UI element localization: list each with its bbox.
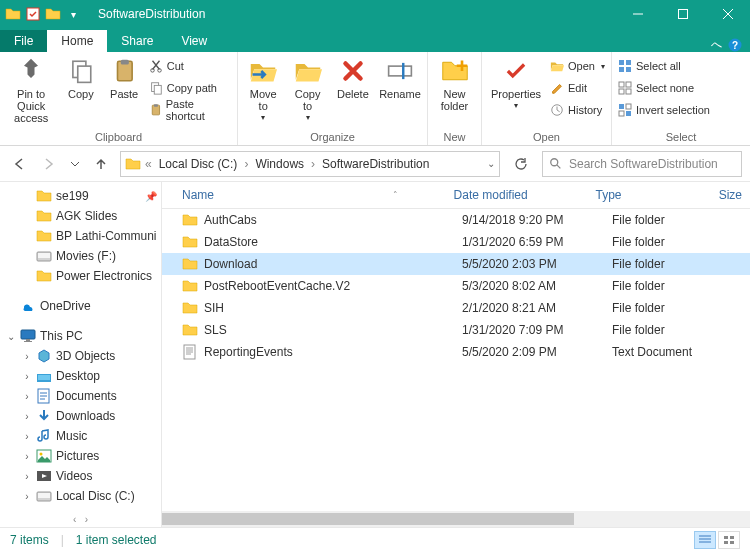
drive-icon — [36, 248, 52, 264]
navigation-pane[interactable]: se199📌AGK SlidesBP Lathi-CommuniMovies (… — [0, 182, 162, 511]
tab-home[interactable]: Home — [47, 30, 107, 52]
file-row[interactable]: AuthCabs9/14/2018 9:20 PMFile folder — [162, 209, 750, 231]
pin-to-quick-access-button[interactable]: Pin to Quick access — [6, 56, 56, 124]
file-row[interactable]: Download5/5/2020 2:03 PMFile folder — [162, 253, 750, 275]
delete-label: Delete — [337, 88, 369, 100]
svg-rect-28 — [619, 67, 624, 72]
paste-shortcut-label: Paste shortcut — [166, 98, 231, 122]
nav-item[interactable]: Power Electronics — [0, 266, 161, 286]
file-row[interactable]: PostRebootEventCache.V25/3/2020 8:02 AMF… — [162, 275, 750, 297]
file-date: 1/31/2020 7:09 PM — [462, 323, 612, 337]
tree-twist-icon[interactable]: › — [22, 471, 32, 482]
select-none-button[interactable]: Select none — [618, 78, 710, 98]
qat-newfolder-icon[interactable] — [44, 5, 62, 23]
tree-twist-icon[interactable]: › — [22, 431, 32, 442]
tree-twist-icon[interactable]: › — [22, 411, 32, 422]
copy-path-button[interactable]: Copy path — [149, 78, 231, 98]
hscroll-thumb[interactable] — [162, 513, 574, 525]
tab-view[interactable]: View — [167, 30, 221, 52]
tree-twist-icon[interactable]: › — [22, 371, 32, 382]
file-list[interactable]: AuthCabs9/14/2018 9:20 PMFile folderData… — [162, 209, 750, 511]
new-folder-button[interactable]: New folder — [434, 56, 475, 112]
properties-button[interactable]: Properties▾ — [488, 56, 544, 111]
nav-item[interactable]: BP Lathi-Communi — [0, 226, 161, 246]
forward-button[interactable] — [38, 153, 60, 175]
paste-button[interactable]: Paste — [106, 56, 143, 100]
search-box[interactable]: Search SoftwareDistribution — [542, 151, 742, 177]
copy-label: Copy — [68, 88, 94, 100]
copy-to-button[interactable]: Copy to▾ — [288, 56, 326, 123]
details-view-button[interactable] — [694, 531, 716, 549]
up-button[interactable] — [90, 153, 112, 175]
crumb-2[interactable]: SoftwareDistribution — [319, 157, 432, 171]
qat-folder-icon[interactable] — [4, 5, 22, 23]
svg-rect-37 — [619, 111, 624, 116]
tree-twist-icon[interactable]: › — [22, 491, 32, 502]
nav-item[interactable]: ⌄This PC — [0, 326, 161, 346]
history-button[interactable]: History — [550, 100, 605, 120]
nav-item[interactable]: Movies (F:) — [0, 246, 161, 266]
copy-button[interactable]: Copy — [62, 56, 99, 100]
col-size[interactable]: Size — [711, 182, 750, 208]
cut-button[interactable]: Cut — [149, 56, 231, 76]
nav-item[interactable]: se199📌 — [0, 186, 161, 206]
rename-button[interactable]: Rename — [379, 56, 421, 100]
close-button[interactable] — [705, 0, 750, 28]
address-dropdown-icon[interactable]: ⌄ — [487, 158, 495, 169]
tree-twist-icon[interactable]: › — [22, 451, 32, 462]
ribbon-collapse-icon[interactable]: へ — [711, 37, 722, 52]
nav-item[interactable]: AGK Slides — [0, 206, 161, 226]
tab-file[interactable]: File — [0, 30, 47, 52]
file-row[interactable]: SLS1/31/2020 7:09 PMFile folder — [162, 319, 750, 341]
nav-item[interactable]: ›Local Disc (C:) — [0, 486, 161, 506]
file-date: 2/1/2020 8:21 AM — [462, 301, 612, 315]
refresh-button[interactable] — [508, 151, 534, 177]
help-icon[interactable]: ? — [728, 38, 742, 52]
tree-twist-icon[interactable]: ⌄ — [6, 331, 16, 342]
large-icons-view-button[interactable] — [718, 531, 740, 549]
file-row[interactable]: DataStore1/31/2020 6:59 PMFile folder — [162, 231, 750, 253]
crumb-root-sep[interactable]: « — [143, 157, 154, 171]
delete-button[interactable]: Delete — [333, 56, 373, 100]
nav-item[interactable]: ›Downloads — [0, 406, 161, 426]
maximize-button[interactable] — [660, 0, 705, 28]
tab-share[interactable]: Share — [107, 30, 167, 52]
cut-label: Cut — [167, 60, 184, 72]
select-all-button[interactable]: Select all — [618, 56, 710, 76]
col-date[interactable]: Date modified — [446, 182, 588, 208]
crumb-0[interactable]: Local Disc (C:) — [156, 157, 241, 171]
nav-item[interactable]: ›Desktop — [0, 366, 161, 386]
minimize-button[interactable] — [615, 0, 660, 28]
navpane-hscroll[interactable]: ‹ › — [0, 511, 162, 527]
file-type: File folder — [612, 279, 742, 293]
nav-item[interactable]: ›Pictures — [0, 446, 161, 466]
pin-icon — [16, 56, 46, 86]
tree-twist-icon[interactable]: › — [22, 391, 32, 402]
open-icon — [550, 59, 564, 73]
crumb-sep-0[interactable]: › — [242, 157, 250, 171]
nav-item[interactable]: OneDrive — [0, 296, 161, 316]
crumb-1[interactable]: Windows — [252, 157, 307, 171]
nav-item[interactable]: ›Music — [0, 426, 161, 446]
qat-properties-icon[interactable] — [24, 5, 42, 23]
invert-selection-button[interactable]: Invert selection — [618, 100, 710, 120]
open-button[interactable]: Open▾ — [550, 56, 605, 76]
col-name[interactable]: Name˄ — [162, 182, 446, 208]
move-to-button[interactable]: Move to▾ — [244, 56, 282, 123]
recent-locations-button[interactable] — [68, 153, 82, 175]
crumb-sep-1[interactable]: › — [309, 157, 317, 171]
nav-item-label: AGK Slides — [56, 209, 117, 223]
nav-item[interactable]: ›3D Objects — [0, 346, 161, 366]
back-button[interactable] — [8, 153, 30, 175]
nav-item[interactable]: ›Documents — [0, 386, 161, 406]
filepane-hscroll[interactable] — [162, 511, 750, 527]
tree-twist-icon[interactable]: › — [22, 351, 32, 362]
edit-button[interactable]: Edit — [550, 78, 605, 98]
paste-shortcut-button[interactable]: Paste shortcut — [149, 100, 231, 120]
col-type[interactable]: Type — [588, 182, 711, 208]
qat-customize-icon[interactable]: ▾ — [64, 5, 82, 23]
nav-item[interactable]: ›Videos — [0, 466, 161, 486]
file-row[interactable]: ReportingEvents5/5/2020 2:09 PMText Docu… — [162, 341, 750, 363]
address-bar[interactable]: « Local Disc (C:) › Windows › SoftwareDi… — [120, 151, 500, 177]
file-row[interactable]: SIH2/1/2020 8:21 AMFile folder — [162, 297, 750, 319]
